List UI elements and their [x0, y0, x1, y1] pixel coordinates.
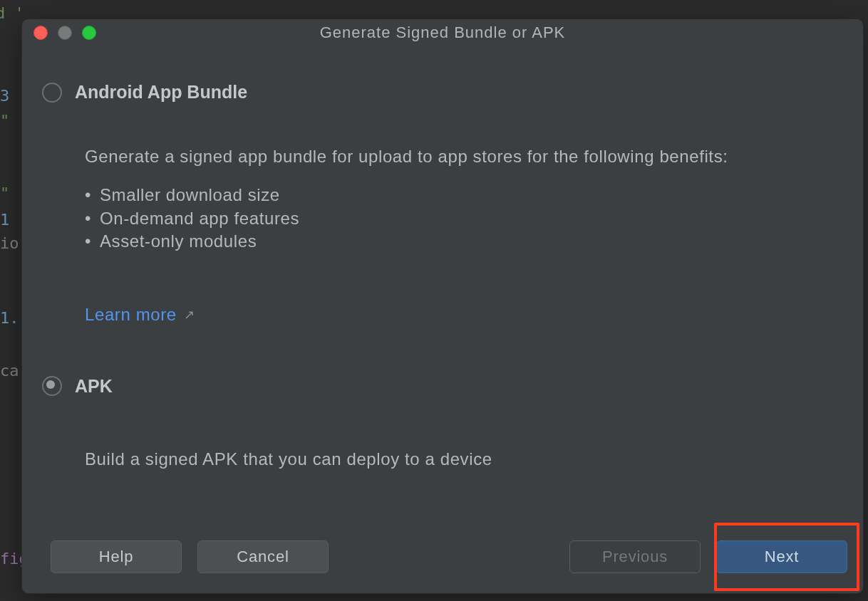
- learn-more-link[interactable]: Learn more ↗: [85, 303, 195, 326]
- previous-button[interactable]: Previous: [569, 540, 701, 573]
- bundle-benefits-list: Smaller download size On-demand app feat…: [85, 184, 835, 253]
- maximize-icon[interactable]: [82, 26, 96, 40]
- option-label-apk: APK: [75, 376, 113, 397]
- window-controls: [33, 26, 96, 40]
- option-android-app-bundle[interactable]: Android App Bundle: [42, 82, 835, 103]
- bundle-section: Generate a signed app bundle for upload …: [42, 145, 835, 326]
- close-icon[interactable]: [33, 26, 48, 40]
- apk-description: Build a signed APK that you can deploy t…: [42, 448, 835, 471]
- help-button[interactable]: Help: [51, 540, 182, 573]
- dialog-content: Android App Bundle Generate a signed app…: [22, 46, 863, 540]
- external-link-icon: ↗: [184, 306, 195, 323]
- list-item: On-demand app features: [85, 207, 835, 230]
- list-item: Asset-only modules: [85, 230, 835, 253]
- bundle-intro: Generate a signed app bundle for upload …: [85, 145, 835, 168]
- minimize-icon[interactable]: [58, 26, 72, 40]
- dialog-title: Generate Signed Bundle or APK: [22, 23, 863, 42]
- option-label-bundle: Android App Bundle: [75, 82, 247, 103]
- cancel-button[interactable]: Cancel: [197, 540, 329, 573]
- titlebar: Generate Signed Bundle or APK: [22, 19, 863, 46]
- learn-more-label: Learn more: [85, 303, 177, 326]
- list-item: Smaller download size: [85, 184, 835, 207]
- radio-bundle[interactable]: [42, 83, 62, 103]
- editor-background: d '542998533' 3 " " 1 io 1. ca fig: [0, 0, 21, 601]
- generate-signed-dialog: Generate Signed Bundle or APK Android Ap…: [21, 19, 864, 594]
- option-apk[interactable]: APK: [42, 376, 835, 397]
- next-button[interactable]: Next: [716, 540, 847, 573]
- button-bar: Help Cancel Previous Next: [22, 540, 863, 593]
- radio-apk[interactable]: [42, 376, 62, 396]
